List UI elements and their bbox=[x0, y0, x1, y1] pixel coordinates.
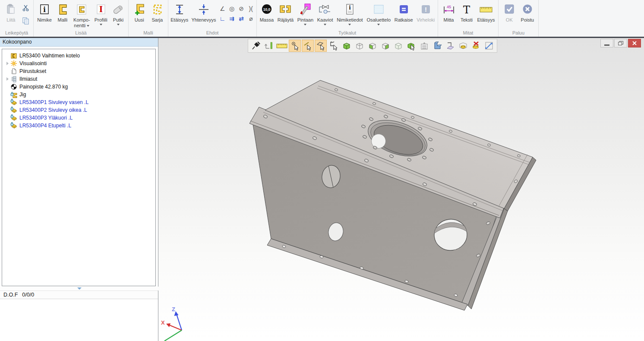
model-button[interactable]: Malli bbox=[55, 1, 70, 23]
opposed-constraint-icon[interactable]: ⇄ bbox=[237, 15, 246, 23]
series-button[interactable]: Sarja bbox=[150, 1, 164, 23]
model-label: Malli bbox=[58, 17, 68, 23]
cut-button[interactable] bbox=[22, 4, 30, 13]
snap-face-icon[interactable] bbox=[315, 40, 327, 52]
select-solid-icon[interactable] bbox=[405, 40, 417, 52]
delete-box-icon[interactable] bbox=[470, 40, 482, 52]
parts-list-label: Osaluettelo bbox=[366, 17, 391, 23]
panel-splitter[interactable] bbox=[0, 287, 158, 290]
minimize-button[interactable] bbox=[600, 39, 613, 47]
tree-item-configurations[interactable]: Ilmiasut bbox=[2, 75, 155, 83]
chevron-down-icon bbox=[304, 24, 306, 25]
tree-item-drawings[interactable]: Piirustukset bbox=[2, 67, 155, 75]
schematics-icon bbox=[319, 2, 331, 17]
part-icon bbox=[10, 99, 18, 106]
tree-item-center-of-gravity[interactable]: Painopiste 42.870 kg bbox=[2, 83, 155, 91]
close-button[interactable] bbox=[628, 39, 641, 47]
cube-left-face-icon[interactable] bbox=[366, 40, 379, 52]
symmetry-constraint-icon[interactable]: )( bbox=[247, 5, 255, 13]
profile-button[interactable]: I Profiili bbox=[94, 1, 108, 26]
mass-icon: 10,0 bbox=[260, 2, 273, 17]
tangent-constraint-icon[interactable]: ⊘ bbox=[237, 5, 246, 13]
concentric-constraint-icon[interactable]: ◎ bbox=[228, 5, 236, 13]
ribbon-group-dimensions: 45 Mitta T Teksti Etäisyys Mitat bbox=[438, 0, 499, 37]
measure-distance-button[interactable]: Etäisyys bbox=[477, 1, 496, 23]
solve-button[interactable]: Ratkaise bbox=[394, 1, 414, 23]
mass-button[interactable]: 10,0 Massa bbox=[259, 1, 275, 23]
tree-item-part-p3[interactable]: LR53400P3 Yläkuori .L bbox=[2, 114, 155, 122]
explode-button[interactable]: Räjäytä bbox=[277, 1, 294, 23]
ok-button[interactable]: OK bbox=[502, 1, 517, 23]
expand-view-icon[interactable] bbox=[483, 40, 495, 52]
pin-icon[interactable] bbox=[250, 40, 262, 52]
snap-edge-icon[interactable] bbox=[302, 40, 314, 52]
corner-solid-icon[interactable] bbox=[431, 40, 443, 52]
item-button[interactable]: i Nimike bbox=[36, 1, 53, 23]
text-icon: T bbox=[460, 2, 473, 17]
measure-point-icon[interactable] bbox=[263, 40, 275, 52]
paste-button[interactable]: Liitä bbox=[3, 1, 18, 23]
measure-distance-label: Etäisyys bbox=[477, 17, 495, 23]
expand-chevron-icon[interactable] bbox=[6, 62, 9, 65]
new-model-icon bbox=[133, 2, 146, 17]
item-data-icon: i bbox=[343, 2, 356, 17]
angle-constraint-icon[interactable]: ∠ bbox=[218, 5, 227, 13]
x-axis-label: X bbox=[161, 319, 165, 326]
coincidence-icon bbox=[197, 2, 210, 17]
ribbon-group-clipboard: Liitä Leikepöytä bbox=[0, 0, 34, 37]
dimension-icon: 45 bbox=[442, 2, 456, 17]
notes-icon[interactable] bbox=[418, 40, 430, 52]
tree-item-root[interactable]: LR53400 Vaihtimen kotelo bbox=[2, 52, 155, 60]
new-button[interactable]: Uusi bbox=[132, 1, 147, 23]
work-box-icon[interactable] bbox=[457, 40, 469, 52]
component-button[interactable]: Kompo- nentti bbox=[73, 1, 91, 29]
viewport-3d[interactable]: Z X bbox=[158, 38, 644, 341]
close-icon bbox=[632, 41, 637, 46]
tree-item-part-p2[interactable]: LR53400P2 Sivulevy oikea .L bbox=[2, 106, 155, 114]
wireframe-cube-icon[interactable] bbox=[354, 40, 366, 52]
splitter-handle-icon bbox=[77, 287, 82, 290]
visualization-icon bbox=[10, 60, 18, 67]
model-canvas[interactable] bbox=[158, 38, 644, 341]
tree-item-visualization[interactable]: Visualisointi bbox=[2, 60, 155, 67]
item-data-button[interactable]: i Nimiketiedot bbox=[336, 1, 364, 26]
svg-text:45: 45 bbox=[446, 5, 451, 9]
shaded-cube-icon[interactable] bbox=[341, 40, 353, 52]
exit-label: Poistu bbox=[521, 17, 534, 23]
restore-button[interactable] bbox=[614, 39, 627, 47]
jig-icon bbox=[10, 91, 18, 98]
text-button[interactable]: T Teksti bbox=[459, 1, 474, 23]
to-surface-button[interactable]: Pintaan bbox=[297, 1, 314, 26]
window-controls bbox=[600, 39, 641, 47]
cube-right-face-icon[interactable] bbox=[379, 40, 391, 52]
schematics-button[interactable]: Kaaviot bbox=[316, 1, 334, 26]
ruler-icon[interactable] bbox=[276, 40, 288, 52]
pipe-button[interactable]: Putki bbox=[111, 1, 126, 26]
tree-item-jig[interactable]: Jig bbox=[2, 91, 155, 98]
error-log-button[interactable]: ! Virheloki bbox=[416, 1, 436, 23]
distance-constraint-button[interactable]: Etäisyys bbox=[170, 1, 189, 23]
explode-icon bbox=[279, 2, 292, 17]
tree-item-part-p4[interactable]: LR53400P4 Etupelti .L bbox=[2, 122, 155, 129]
select-component-icon[interactable] bbox=[328, 40, 340, 52]
to-surface-label: Pintaan bbox=[297, 17, 313, 23]
coincidence-button[interactable]: Yhtenevyys bbox=[191, 1, 217, 23]
dimension-button[interactable]: 45 Mitta bbox=[441, 1, 457, 23]
remove-constraint-icon[interactable]: ⌀ bbox=[247, 15, 255, 23]
sketch-plane-icon[interactable] bbox=[444, 40, 456, 52]
ribbon-group-insert: i Nimike Malli Kompo- nentti I bbox=[34, 0, 129, 37]
snap-center-icon[interactable] bbox=[289, 40, 301, 52]
new-label: Uusi bbox=[135, 17, 144, 23]
copy-button[interactable] bbox=[22, 17, 30, 26]
solid-cube-icon[interactable] bbox=[392, 40, 404, 52]
drawings-icon bbox=[10, 68, 18, 75]
panel-title: Kokoonpano bbox=[0, 38, 158, 47]
parallel-constraint-icon[interactable]: ⇉ bbox=[228, 15, 236, 23]
perpendicular-constraint-icon[interactable]: ∟ bbox=[218, 15, 227, 23]
parts-list-button[interactable]: Osaluettelo bbox=[366, 1, 391, 26]
exit-button[interactable]: Poistu bbox=[520, 1, 535, 23]
tree-item-part-p1[interactable]: LR53400P1 Sivulevy vasen .L bbox=[2, 98, 155, 106]
ribbon-group-tools: 10,0 Massa Räjäytä Pintaan bbox=[257, 0, 438, 37]
expand-chevron-icon[interactable] bbox=[6, 77, 9, 81]
svg-text:i: i bbox=[349, 5, 351, 11]
